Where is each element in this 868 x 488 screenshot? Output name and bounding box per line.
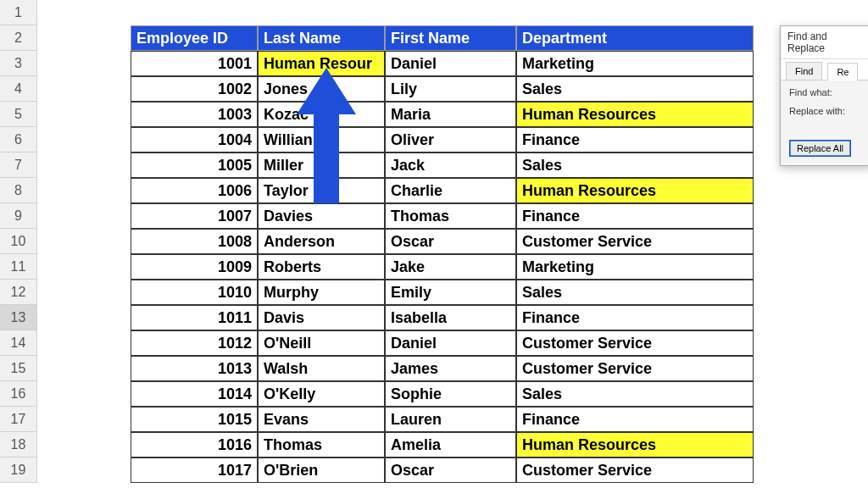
- cell[interactable]: [37, 25, 131, 51]
- cell-first-name[interactable]: Daniel: [385, 330, 516, 356]
- cell-employee-id[interactable]: 1013: [131, 356, 258, 381]
- cell[interactable]: [516, 0, 754, 25]
- cell-first-name[interactable]: Daniel: [385, 51, 516, 76]
- cell[interactable]: [754, 203, 868, 229]
- cell[interactable]: [37, 51, 131, 76]
- cell[interactable]: [754, 254, 868, 280]
- row-header[interactable]: 15: [0, 356, 37, 381]
- cell[interactable]: [754, 178, 868, 203]
- cell-last-name[interactable]: Roberts: [258, 254, 385, 280]
- cell[interactable]: [754, 432, 868, 458]
- cell[interactable]: [37, 458, 131, 483]
- cell-first-name[interactable]: Lily: [385, 76, 516, 102]
- cell-department[interactable]: Marketing: [516, 254, 754, 280]
- cell[interactable]: [37, 330, 131, 356]
- replace-all-button[interactable]: Replace All: [789, 140, 851, 157]
- row-header[interactable]: 6: [0, 127, 37, 152]
- row-header[interactable]: 7: [0, 152, 37, 178]
- row-header[interactable]: 12: [0, 280, 37, 305]
- row-header[interactable]: 8: [0, 178, 37, 203]
- cell-employee-id[interactable]: 1007: [131, 203, 258, 229]
- cell-employee-id[interactable]: 1016: [131, 432, 258, 458]
- cell-employee-id[interactable]: 1012: [131, 330, 258, 356]
- cell[interactable]: [37, 178, 131, 203]
- cell[interactable]: [131, 0, 258, 25]
- row-header[interactable]: 1: [0, 0, 37, 25]
- cell-employee-id[interactable]: 1005: [131, 152, 258, 178]
- cell-last-name[interactable]: Miller: [258, 152, 385, 178]
- tab-find[interactable]: Find: [786, 62, 822, 80]
- cell-employee-id[interactable]: 1006: [131, 178, 258, 203]
- cell-first-name[interactable]: Jack: [385, 152, 516, 178]
- cell[interactable]: [37, 0, 131, 25]
- cell-employee-id[interactable]: 1009: [131, 254, 258, 280]
- cell-first-name[interactable]: Charlie: [385, 178, 516, 203]
- cell-last-name[interactable]: Walsh: [258, 356, 385, 381]
- cell-employee-id[interactable]: 1017: [131, 458, 258, 483]
- cell[interactable]: [754, 356, 868, 381]
- cell-first-name[interactable]: Isabella: [385, 305, 516, 330]
- cell-department[interactable]: Marketing: [516, 51, 754, 76]
- cell-last-name[interactable]: Anderson: [258, 229, 385, 254]
- row-header[interactable]: 5: [0, 102, 37, 127]
- cell-department[interactable]: Sales: [516, 152, 754, 178]
- cell[interactable]: [37, 102, 131, 127]
- cell-department[interactable]: Sales: [516, 280, 754, 305]
- cell-last-name[interactable]: O'Kelly: [258, 381, 385, 407]
- row-header[interactable]: 3: [0, 51, 37, 76]
- cell[interactable]: [37, 280, 131, 305]
- cell-department[interactable]: Customer Service: [516, 458, 754, 483]
- row-header[interactable]: 14: [0, 330, 37, 356]
- cell-first-name[interactable]: Oscar: [385, 229, 516, 254]
- column-header[interactable]: Last Name: [258, 25, 385, 51]
- cell-first-name[interactable]: Thomas: [385, 203, 516, 229]
- cell-employee-id[interactable]: 1008: [131, 229, 258, 254]
- cell-employee-id[interactable]: 1014: [131, 381, 258, 407]
- cell-last-name[interactable]: Willian: [258, 127, 385, 152]
- cell[interactable]: [754, 0, 868, 25]
- cell[interactable]: [37, 76, 131, 102]
- cell-department[interactable]: Customer Service: [516, 330, 754, 356]
- cell-first-name[interactable]: Amelia: [385, 432, 516, 458]
- cell[interactable]: [754, 330, 868, 356]
- row-header[interactable]: 9: [0, 203, 37, 229]
- dialog-title[interactable]: Find and Replace: [781, 26, 868, 59]
- cell[interactable]: [385, 0, 516, 25]
- cell-last-name[interactable]: O'Brien: [258, 458, 385, 483]
- cell[interactable]: [37, 381, 131, 407]
- cell[interactable]: [37, 356, 131, 381]
- cell-employee-id[interactable]: 1010: [131, 280, 258, 305]
- cell-first-name[interactable]: Emily: [385, 280, 516, 305]
- cell-department[interactable]: Sales: [516, 76, 754, 102]
- cell-department[interactable]: Human Resources: [516, 178, 754, 203]
- cell[interactable]: [37, 432, 131, 458]
- cell-first-name[interactable]: Lauren: [385, 407, 516, 432]
- column-header[interactable]: Department: [516, 25, 754, 51]
- cell-department[interactable]: Customer Service: [516, 229, 754, 254]
- row-header[interactable]: 2: [0, 25, 37, 51]
- cell-last-name[interactable]: Davis: [258, 305, 385, 330]
- cell-last-name[interactable]: Jones: [258, 76, 385, 102]
- cell-first-name[interactable]: James: [385, 356, 516, 381]
- cell[interactable]: [37, 203, 131, 229]
- cell-department[interactable]: Finance: [516, 407, 754, 432]
- cell[interactable]: [754, 305, 868, 330]
- cell-employee-id[interactable]: 1011: [131, 305, 258, 330]
- row-header[interactable]: 17: [0, 407, 37, 432]
- cell[interactable]: [754, 229, 868, 254]
- row-header[interactable]: 19: [0, 458, 37, 483]
- cell-last-name[interactable]: O'Neill: [258, 330, 385, 356]
- column-header[interactable]: First Name: [385, 25, 516, 51]
- cell-department[interactable]: Human Resources: [516, 432, 754, 458]
- cell-last-name[interactable]: Thomas: [258, 432, 385, 458]
- tab-replace[interactable]: Re: [827, 63, 858, 80]
- cell-employee-id[interactable]: 1004: [131, 127, 258, 152]
- cell-last-name[interactable]: Davies: [258, 203, 385, 229]
- cell-first-name[interactable]: Oliver: [385, 127, 516, 152]
- cell-last-name[interactable]: Murphy: [258, 280, 385, 305]
- cell-employee-id[interactable]: 1001: [131, 51, 258, 76]
- cell-department[interactable]: Finance: [516, 203, 754, 229]
- cell-employee-id[interactable]: 1015: [131, 407, 258, 432]
- cell[interactable]: [754, 458, 868, 483]
- cell-department[interactable]: Human Resources: [516, 102, 754, 127]
